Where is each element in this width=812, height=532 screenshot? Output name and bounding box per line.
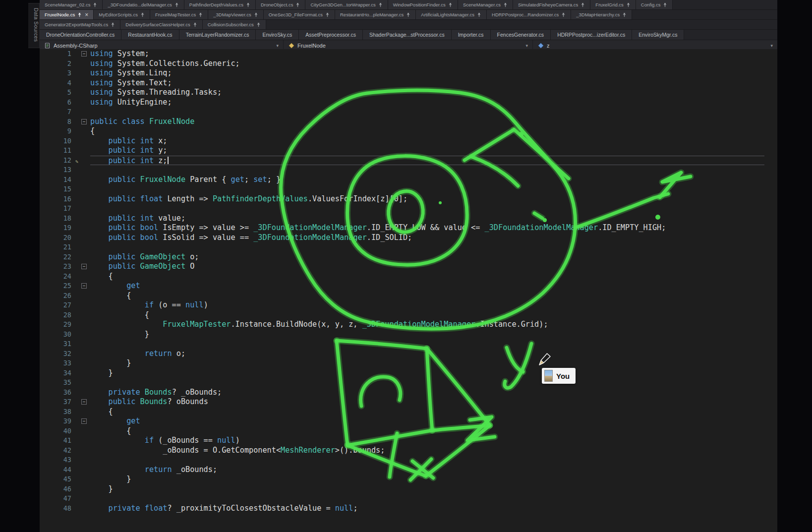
code-line-25[interactable]: 25− get [40, 281, 777, 291]
pushpin-icon[interactable] [580, 2, 585, 7]
code-line-26[interactable]: 26 { [40, 291, 777, 301]
tab-importer-cs[interactable]: Importer.cs [452, 30, 491, 40]
line-number[interactable]: 39 [40, 416, 78, 426]
close-icon[interactable]: × [85, 12, 88, 18]
tab-restaurantho-plemanager-cs[interactable]: RestaurantHo...pleManager.cs [335, 10, 416, 19]
line-number[interactable]: 47 [40, 494, 78, 504]
line-number[interactable]: 24 [40, 272, 78, 282]
line-number[interactable]: 21 [40, 242, 78, 252]
code-line-4[interactable]: 4using System.Text; [40, 78, 777, 88]
tab-restauranthook-cs[interactable]: RestaurantHook.cs [121, 30, 179, 40]
line-number[interactable]: 38 [40, 407, 78, 417]
code-line-45[interactable]: 45 } [40, 474, 777, 484]
code-line-2[interactable]: 2using System.Collections.Generic; [40, 59, 777, 69]
code-line-27[interactable]: 27 if (o == null) [40, 300, 777, 310]
pushpin-icon[interactable] [626, 2, 631, 7]
fold-toggle-icon[interactable]: − [81, 51, 87, 57]
line-number[interactable]: 30 [40, 330, 78, 340]
tab-terrainlayerrandomizer-cs[interactable]: TerrainLayerRandomizer.cs [179, 30, 256, 40]
tab-hdrppostproc-randomizer-cs[interactable]: HDRPPostproc...Randomizer.cs [487, 10, 571, 19]
code-line-33[interactable]: 33 } [40, 358, 777, 368]
line-number[interactable]: 22 [40, 252, 78, 262]
code-line-14[interactable]: 14 public FruxelNode Parent { get; set; … [40, 175, 777, 185]
code-line-21[interactable]: 21 [40, 242, 777, 252]
code-line-29[interactable]: 29 FruxelMapTester.Instance.BuildNode(x,… [40, 320, 777, 330]
line-number[interactable]: 26 [40, 291, 78, 301]
line-number[interactable]: 16 [40, 194, 78, 204]
tab-windowpositionfinder-cs[interactable]: WindowPositionFinder.cs [388, 0, 458, 9]
line-number[interactable]: 14 [40, 175, 78, 185]
code-line-31[interactable]: 31 [40, 339, 777, 349]
tab-scenemanager-02-cs[interactable]: SceneManager_02.cs [40, 0, 103, 9]
line-number[interactable]: 8 [40, 117, 78, 127]
tab-fruxelmaptester-cs[interactable]: FruxelMapTester.cs [150, 10, 208, 19]
code-line-12[interactable]: 12✎ public int z; [40, 156, 777, 166]
pushpin-icon[interactable] [477, 12, 481, 17]
tab-config-cs[interactable]: Config.cs [636, 0, 673, 9]
code-line-8[interactable]: 8−public class FruxelNode [40, 117, 777, 127]
line-number[interactable]: 36 [40, 388, 78, 398]
line-number[interactable]: 2 [40, 59, 78, 69]
line-number[interactable]: 42 [40, 446, 78, 456]
code-line-22[interactable]: 22 public GameObject o; [40, 252, 777, 262]
fold-toggle-icon[interactable]: − [81, 119, 87, 124]
line-number[interactable]: 34 [40, 368, 78, 378]
line-number[interactable]: 5 [40, 88, 78, 98]
code-line-23[interactable]: 23− public GameObject O [40, 262, 777, 272]
line-number[interactable]: 40 [40, 426, 78, 436]
code-line-44[interactable]: 44 return _oBounds; [40, 465, 777, 475]
pushpin-icon[interactable] [198, 12, 203, 17]
line-number[interactable]: 45 [40, 474, 78, 484]
line-number[interactable]: 6 [40, 98, 78, 108]
pushpin-icon[interactable] [561, 12, 566, 17]
tab-simulatedfisheyecamera-cs[interactable]: SimulatedFisheyeCamera.cs [513, 0, 590, 9]
code-line-39[interactable]: 39− get [40, 416, 777, 426]
tab-droneorientationcontroller-cs[interactable]: DroneOrientationController.cs [40, 30, 121, 40]
tab-myeditorscripts-cs[interactable]: MyEditorScripts.cs [94, 10, 150, 19]
line-number[interactable]: 11 [40, 146, 78, 156]
pushpin-icon[interactable] [503, 2, 508, 7]
pushpin-icon[interactable] [254, 12, 258, 17]
line-number[interactable]: 17 [40, 204, 78, 214]
code-line-47[interactable]: 47 [40, 494, 777, 504]
line-number[interactable]: 1 [40, 49, 78, 59]
code-line-11[interactable]: 11 public int y; [40, 146, 777, 156]
pushpin-icon[interactable] [663, 2, 667, 7]
code-line-42[interactable]: 42 _oBounds = O.GetComponent<MeshRendere… [40, 446, 777, 456]
tab--3dmaphierarchy-cs[interactable]: _3DMapHierarchy.cs [571, 10, 632, 19]
line-number[interactable]: 29 [40, 320, 78, 330]
pushpin-icon[interactable] [193, 22, 197, 27]
fold-toggle-icon[interactable]: − [81, 283, 87, 289]
tab-envirosky-cs[interactable]: EnviroSky.cs [256, 30, 299, 40]
tab-fruxelnode-cs[interactable]: FruxelNode.cs× [40, 10, 94, 19]
code-line-16[interactable]: 16 public float Length => PathfinderDept… [40, 194, 777, 204]
tab--3dmapviewer-cs[interactable]: _3DMapViewer.cs [208, 10, 263, 19]
code-line-43[interactable]: 43 [40, 455, 777, 465]
pushpin-icon[interactable] [77, 12, 82, 17]
line-number[interactable]: 10 [40, 136, 78, 146]
pushpin-icon[interactable] [140, 12, 145, 17]
tab-enviroskymgr-cs[interactable]: EnviroSkyMgr.cs [632, 30, 684, 40]
pushpin-icon[interactable] [622, 12, 627, 17]
code-line-9[interactable]: 9{ [40, 126, 777, 136]
code-line-32[interactable]: 32 return o; [40, 349, 777, 359]
line-number[interactable]: 12✎ [40, 156, 78, 166]
line-number[interactable]: 43 [40, 455, 78, 465]
code-line-37[interactable]: 37− public Bounds? oBounds [40, 397, 777, 407]
code-line-18[interactable]: 18 public int value; [40, 214, 777, 224]
code-line-15[interactable]: 15 [40, 184, 777, 194]
line-number[interactable]: 41 [40, 436, 78, 446]
tab-fruxelgrid-cs[interactable]: FruxelGrid.cs [590, 0, 636, 9]
code-line-3[interactable]: 3using System.Linq; [40, 68, 777, 78]
line-number[interactable]: 37 [40, 397, 78, 407]
code-line-17[interactable]: 17 [40, 204, 777, 214]
line-number[interactable]: 25 [40, 281, 78, 291]
line-number[interactable]: 32 [40, 349, 78, 359]
pushpin-icon[interactable] [256, 22, 261, 27]
tab-collisionsubscriber-cs[interactable]: CollisionSubscriber.cs [203, 20, 266, 29]
pushpin-icon[interactable] [93, 2, 97, 7]
pushpin-icon[interactable] [111, 22, 115, 27]
tab-generator2exportmaptools-cs[interactable]: Generator2ExportMapTools.cs [40, 20, 120, 29]
code-line-5[interactable]: 5using System.Threading.Tasks; [40, 88, 777, 98]
fold-toggle-icon[interactable]: − [81, 418, 87, 424]
